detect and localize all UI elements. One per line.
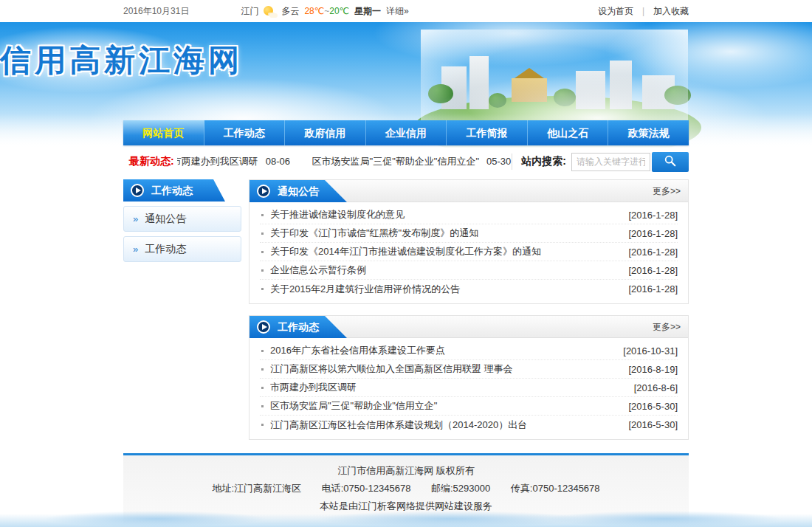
list-item-title[interactable]: 区市场安监局"三促"帮助企业"信用立企" (270, 399, 620, 413)
weather-condition: 多云 (281, 5, 299, 18)
list-item-title[interactable]: 关于推进诚信建设制度化的意见 (270, 208, 620, 221)
list-item: 关于印发《江门市诚信"红黑榜"发布制度》的通知 [2016-1-28] (260, 224, 678, 243)
bullet-icon (261, 405, 264, 407)
more-link[interactable]: 更多>> (653, 316, 681, 338)
list-item: 2016年广东省社会信用体系建设工作要点 [2016-10-31] (260, 342, 678, 360)
link-divider: | (642, 6, 644, 16)
list-item-date: [2016-1-28] (629, 283, 678, 294)
list-item: 区市场安监局"三促"帮助企业"信用立企" [2016-5-30] (260, 397, 678, 416)
news-ticker: 市两建办到我区调研08-06 区市场安监局"三促"帮助企业"信用立企"05-30… (177, 155, 512, 168)
nav-item-home[interactable]: 网站首页 (123, 120, 204, 145)
list-item-title[interactable]: 关于印发《2014年江门市推进诚信建设制度化工作方案》的通知 (270, 245, 620, 258)
sidebar-item-label: 工作动态 (145, 243, 186, 255)
more-link[interactable]: 更多>> (653, 180, 681, 202)
search-button[interactable] (652, 152, 689, 172)
footer-zip: 邮编:5293000 (431, 483, 490, 494)
temp-high: 28℃ (304, 6, 324, 16)
list-item-date: [2016-8-19] (629, 364, 678, 375)
list-item-date: [2016-5-30] (629, 419, 678, 430)
list-item-date: [2016-8-6] (634, 382, 678, 393)
panel-title: 工作动态 (250, 316, 347, 338)
sidebar-item-label: 通知公告 (145, 213, 186, 224)
ticker-item-date: 05-30 (486, 156, 511, 167)
footer-contact: 地址:江门高新江海区 电话:0750-12345678 邮编:5293000 传… (123, 480, 689, 497)
list-item: 企业信息公示暂行条例 [2016-1-28] (260, 261, 678, 280)
list-item: 关于推进诚信建设制度化的意见 [2016-1-28] (260, 206, 678, 224)
bullet-icon (261, 269, 264, 272)
panel-header: 工作动态 更多>> (250, 316, 688, 338)
sidebar-item-notices[interactable]: »通知公告 (123, 206, 241, 232)
weather-detail-link[interactable]: 详细» (386, 5, 409, 18)
nav-item-other-examples[interactable]: 他山之石 (528, 120, 609, 145)
set-home-link[interactable]: 设为首页 (598, 5, 633, 18)
play-icon (257, 320, 270, 334)
list-item-title[interactable]: 企业信息公示暂行条例 (270, 264, 620, 277)
ticker-item-date: 08-06 (266, 156, 290, 167)
bullet-icon (261, 288, 264, 290)
site-search: 站内搜索: (512, 154, 689, 170)
top-bar: 2016年10月31日 江门 多云 28℃~20℃ 星期一 详细» 设为首页 |… (0, 0, 812, 22)
list-item-date: [2016-1-28] (629, 228, 678, 239)
ticker-item[interactable]: 市两建办到我区调研 (177, 156, 258, 167)
weather-temps: 28℃~20℃ (304, 6, 349, 16)
list-item-date: [2016-5-30] (629, 401, 678, 412)
footer-phone: 电话:0750-12345678 (322, 483, 411, 494)
panel-title: 通知公告 (250, 180, 347, 202)
panel-title-label: 工作动态 (278, 321, 319, 333)
sidebar-title-label: 工作动态 (151, 185, 193, 196)
news-ticker-row: 最新动态: 市两建办到我区调研08-06 区市场安监局"三促"帮助企业"信用立企… (123, 150, 689, 173)
list-item: 江门高新区江海区社会信用体系建设规划（2014-2020）出台 [2016-5-… (260, 416, 678, 434)
list-item-date: [2016-10-31] (623, 345, 678, 356)
panel-header: 通知公告 更多>> (250, 180, 688, 202)
play-icon (131, 184, 144, 197)
bullet-icon (261, 387, 264, 389)
bullet-icon (261, 368, 264, 371)
search-input[interactable] (571, 153, 650, 171)
ticker-label: 最新动态: (129, 155, 174, 168)
bullet-icon (261, 251, 264, 253)
list-item-date: [2016-1-28] (629, 265, 678, 276)
panel-work-news: 工作动态 更多>> 2016年广东省社会信用体系建设工作要点 [2016-10-… (249, 315, 689, 440)
double-arrow-icon: » (133, 244, 138, 255)
list-item-title[interactable]: 2016年广东省社会信用体系建设工作要点 (270, 344, 614, 357)
list-item-date: [2016-1-28] (629, 210, 678, 221)
weather-widget: 江门 多云 28℃~20℃ 星期一 详细» (241, 5, 408, 18)
list-item: 市两建办到我区调研 [2016-8-6] (260, 379, 678, 397)
nav-item-enterprise-credit[interactable]: 企业信用 (366, 120, 447, 145)
magnifier-icon (664, 154, 677, 170)
sidebar: 工作动态 »通知公告 »工作动态 (123, 179, 241, 262)
play-icon (257, 185, 270, 198)
nav-item-work-news[interactable]: 工作动态 (204, 120, 286, 145)
list-item-title[interactable]: 江门高新区江海区社会信用体系建设规划（2014-2020）出台 (270, 418, 620, 432)
work-news-list: 2016年广东省社会信用体系建设工作要点 [2016-10-31] 江门高新区将… (250, 338, 688, 439)
footer-address: 地址:江门高新江海区 (212, 483, 301, 494)
list-item-title[interactable]: 江门高新区将以第六顺位加入全国高新区信用联盟 理事会 (270, 362, 620, 376)
topbar-links: 设为首页 | 加入收藏 (598, 5, 689, 18)
list-item-title[interactable]: 关于2015年2月建筑行业信用评价情况的公告 (270, 283, 620, 296)
ticker-item[interactable]: 区市场安监局"三促"帮助企业"信用立企" (312, 156, 479, 167)
add-favorite-link[interactable]: 加入收藏 (653, 5, 689, 18)
nav-item-work-bulletin[interactable]: 工作简报 (447, 120, 528, 145)
list-item: 关于印发《2014年江门市推进诚信建设制度化工作方案》的通知 [2016-1-2… (260, 243, 678, 261)
list-item: 江门高新区将以第六顺位加入全国高新区信用联盟 理事会 [2016-8-19] (260, 360, 678, 379)
panel-title-label: 通知公告 (278, 185, 319, 197)
footer-fax: 传真:0750-12345678 (511, 483, 600, 494)
current-date: 2016年10月31日 (123, 5, 189, 18)
nav-item-policies[interactable]: 政策法规 (608, 120, 689, 145)
list-item-title[interactable]: 关于印发《江门市诚信"红黑榜"发布制度》的通知 (270, 227, 620, 240)
notice-list: 关于推进诚信建设制度化的意见 [2016-1-28] 关于印发《江门市诚信"红黑… (250, 202, 688, 303)
search-label: 站内搜索: (521, 155, 566, 168)
double-arrow-icon: » (133, 213, 138, 224)
sidebar-item-work-news[interactable]: »工作动态 (123, 236, 241, 262)
bullet-icon (261, 350, 264, 352)
nav-item-gov-credit[interactable]: 政府信用 (285, 120, 366, 145)
sidebar-title: 工作动态 (123, 179, 241, 202)
temp-low: 20℃ (329, 6, 349, 16)
site-logo: 信用高新江海网 (0, 40, 243, 81)
bottom-sky-decoration (0, 514, 812, 527)
list-item-date: [2016-1-28] (629, 247, 678, 258)
partly-cloudy-icon (264, 6, 276, 17)
bullet-icon (261, 214, 264, 216)
list-item-title[interactable]: 市两建办到我区调研 (270, 381, 625, 394)
bullet-icon (261, 424, 264, 426)
